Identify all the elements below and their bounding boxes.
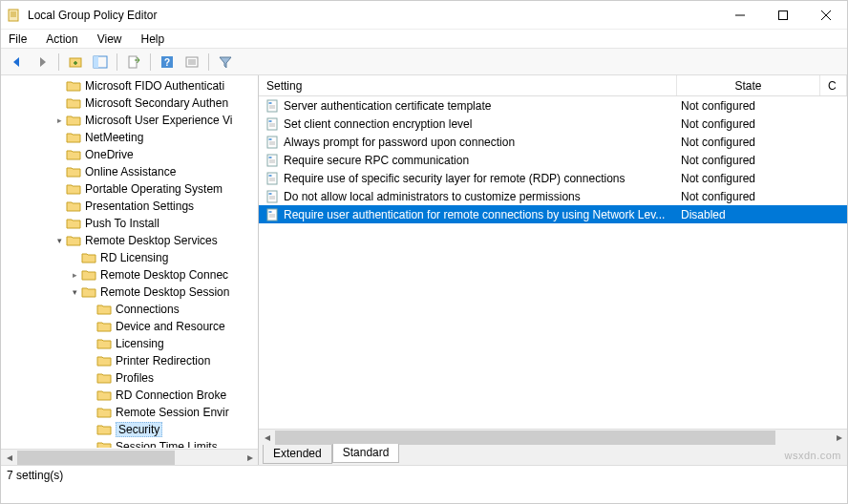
tree-item[interactable]: NetMeeting: [1, 129, 258, 146]
settings-row[interactable]: Require use of specific security layer f…: [259, 169, 847, 187]
svg-rect-0: [9, 10, 18, 21]
menu-action[interactable]: Action: [44, 31, 79, 48]
setting-state: Not configured: [677, 136, 820, 149]
tree-item[interactable]: ▾Remote Desktop Services: [1, 232, 258, 249]
tree-item[interactable]: Online Assistance: [1, 163, 258, 180]
minimize-button[interactable]: [718, 1, 761, 30]
folder-icon: [66, 182, 81, 196]
tab-standard[interactable]: Standard: [332, 444, 400, 463]
settings-row[interactable]: Set client connection encryption levelNo…: [259, 115, 847, 133]
tree-caret-icon[interactable]: ▸: [68, 270, 81, 280]
menu-help[interactable]: Help: [139, 31, 167, 48]
svg-rect-27: [269, 138, 272, 140]
show-hide-tree-button[interactable]: [90, 52, 111, 73]
tree-item-label: OneDrive: [85, 148, 134, 161]
export-button[interactable]: [123, 52, 144, 73]
maximize-button[interactable]: [761, 1, 804, 30]
svg-rect-11: [129, 56, 137, 68]
folder-icon: [96, 337, 112, 350]
tree-caret-icon[interactable]: ▾: [53, 236, 66, 245]
tree-item[interactable]: Presentation Settings: [1, 198, 258, 215]
tree-item[interactable]: RD Connection Broke: [1, 387, 258, 404]
folder-icon: [96, 440, 112, 448]
toolbar: ?: [1, 49, 847, 75]
tree-item-label: Session Time Limits: [116, 440, 218, 448]
tree-item[interactable]: Microsoft FIDO Authenticati: [1, 77, 258, 94]
setting-state: Not configured: [677, 99, 820, 113]
svg-rect-43: [269, 211, 272, 213]
tree-scrollbar-horizontal[interactable]: ◂ ▸: [1, 449, 258, 465]
tree-item[interactable]: ▸Microsoft User Experience Vi: [1, 112, 258, 129]
tree-item[interactable]: Microsoft Secondary Authen: [1, 94, 258, 112]
settings-row[interactable]: Always prompt for password upon connecti…: [259, 133, 847, 151]
settings-row[interactable]: Server authentication certificate templa…: [259, 96, 847, 115]
tree-item[interactable]: Portable Operating System: [1, 180, 258, 198]
settings-pane: Setting State C Server authentication ce…: [259, 75, 847, 465]
list-header: Setting State C: [259, 75, 847, 96]
tree-item[interactable]: Device and Resource: [1, 318, 258, 335]
navigation-tree[interactable]: Microsoft FIDO AuthenticatiMicrosoft Sec…: [1, 75, 258, 448]
column-state[interactable]: State: [677, 75, 820, 95]
tree-item[interactable]: Security: [1, 421, 258, 438]
settings-list[interactable]: Server authentication certificate templa…: [259, 96, 847, 429]
toolbar-separator: [58, 53, 59, 71]
tree-item-label: Profiles: [116, 371, 154, 385]
folder-icon: [66, 217, 81, 230]
close-button[interactable]: [804, 1, 847, 30]
scroll-left-icon[interactable]: ◂: [259, 430, 275, 445]
forward-button[interactable]: [32, 52, 53, 73]
up-button[interactable]: [65, 52, 86, 73]
menu-view[interactable]: View: [95, 31, 124, 48]
tree-item[interactable]: Printer Redirection: [1, 352, 258, 369]
help-button[interactable]: ?: [157, 52, 178, 73]
menu-bar: File Action View Help: [1, 30, 847, 49]
tree-item-label: RD Connection Broke: [116, 388, 226, 402]
filter-button[interactable]: [215, 52, 236, 73]
setting-state: Not configured: [677, 172, 820, 185]
setting-name: Require secure RPC communication: [284, 154, 469, 167]
back-button[interactable]: [7, 52, 28, 73]
tree-item[interactable]: Profiles: [1, 369, 258, 387]
setting-name: Require use of specific security layer f…: [284, 172, 625, 185]
tree-item-label: Remote Desktop Session: [100, 285, 229, 299]
svg-rect-39: [269, 193, 272, 195]
tree-item[interactable]: ▾Remote Desktop Session: [1, 284, 258, 301]
properties-button[interactable]: [181, 52, 202, 73]
tree-item[interactable]: Push To Install: [1, 215, 258, 232]
setting-state: Not configured: [677, 117, 820, 131]
scroll-right-icon[interactable]: ▸: [242, 451, 258, 465]
tree-item[interactable]: Remote Session Envir: [1, 404, 258, 421]
menu-file[interactable]: File: [7, 31, 29, 48]
tree-item[interactable]: Session Time Limits: [1, 438, 258, 448]
scrollbar-thumb[interactable]: [17, 451, 175, 465]
tree-item[interactable]: OneDrive: [1, 146, 258, 163]
tree-item[interactable]: RD Licensing: [1, 249, 258, 266]
tree-item-label: Online Assistance: [85, 165, 176, 178]
scroll-left-icon[interactable]: ◂: [1, 451, 17, 465]
settings-row[interactable]: Require user authentication for remote c…: [259, 205, 847, 223]
tree-item[interactable]: Licensing: [1, 335, 258, 352]
tree-caret-icon[interactable]: ▸: [53, 116, 66, 125]
settings-row[interactable]: Require secure RPC communicationNot conf…: [259, 151, 847, 169]
toolbar-separator: [150, 53, 151, 71]
folder-icon: [96, 303, 112, 316]
policy-icon: [266, 154, 280, 167]
scrollbar-thumb[interactable]: [275, 430, 775, 445]
tree-caret-icon[interactable]: ▾: [68, 287, 81, 297]
app-icon: [7, 8, 22, 23]
scroll-right-icon[interactable]: ▸: [831, 430, 847, 445]
column-comment[interactable]: C: [820, 75, 847, 95]
folder-icon: [66, 234, 81, 247]
tree-item-label: Remote Session Envir: [116, 406, 229, 419]
setting-state: Not configured: [677, 154, 820, 167]
tab-extended[interactable]: Extended: [263, 445, 332, 464]
tree-item-label: NetMeeting: [85, 131, 143, 144]
tree-item[interactable]: Connections: [1, 301, 258, 318]
settings-row[interactable]: Do not allow local administrators to cus…: [259, 187, 847, 205]
folder-icon: [66, 114, 81, 127]
tree-item[interactable]: ▸Remote Desktop Connec: [1, 266, 258, 284]
policy-icon: [266, 117, 280, 131]
column-setting[interactable]: Setting: [259, 75, 677, 95]
folder-icon: [66, 79, 81, 93]
list-scrollbar-horizontal[interactable]: ◂ ▸: [259, 429, 847, 445]
